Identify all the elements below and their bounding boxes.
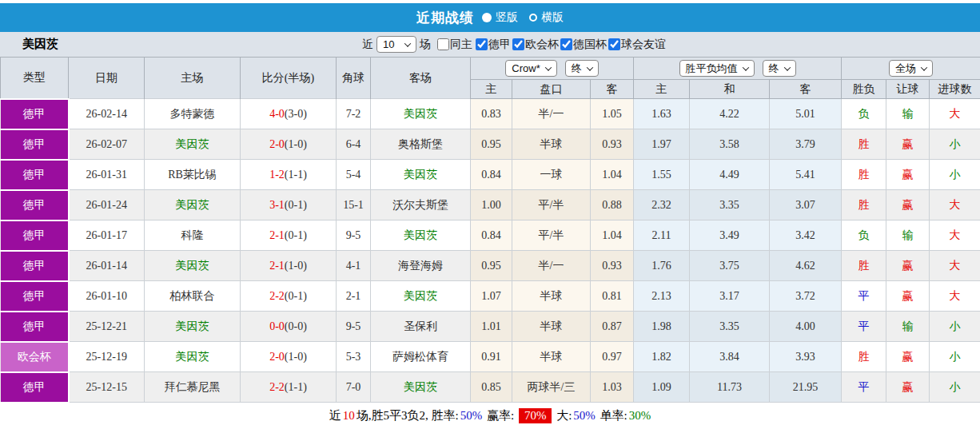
avg-away-cell: 21.95 <box>770 372 842 403</box>
checkbox-input[interactable] <box>512 38 524 50</box>
away-team-cell: 美因茨 <box>371 372 471 403</box>
score-cell: 0-0(0-0) <box>241 312 337 342</box>
filter-checkbox-1[interactable]: 德甲 <box>476 38 511 52</box>
away-team-cell: 圣保利 <box>371 312 471 342</box>
date-cell: 25-12-15 <box>69 372 145 403</box>
date-cell: 26-01-14 <box>69 251 145 281</box>
fulltime-score: 1-2 <box>269 169 285 181</box>
score-cell: 1-2(1-1) <box>241 160 337 190</box>
odds-away-cell: 1.04 <box>591 160 634 190</box>
date-cell: 26-01-17 <box>69 220 145 251</box>
home-team-name: 美因茨 <box>176 351 209 363</box>
home-team-cell: 拜仁慕尼黑 <box>145 372 241 403</box>
type-cell: 德甲 <box>1 99 69 129</box>
checkbox-label: 同主 <box>450 38 472 52</box>
date-cell: 25-12-19 <box>69 342 145 372</box>
result-goals-cell: 大 <box>930 220 980 251</box>
avg-away-cell: 4.00 <box>770 312 842 342</box>
halftime-score: (1-0) <box>285 260 307 272</box>
avg-home-cell: 1.98 <box>634 312 690 342</box>
home-team-cell: 美因茨 <box>145 190 241 220</box>
home-team-name: 美因茨 <box>176 138 209 150</box>
bookmaker-select[interactable]: Crow* <box>505 60 556 77</box>
result-goals-cell: 小 <box>930 342 980 372</box>
halftime-score: (1-0) <box>285 138 307 150</box>
avg-home-cell: 1.55 <box>634 160 690 190</box>
avg-draw-cell: 3.35 <box>690 312 770 342</box>
away-team-name: 萨姆松体育 <box>392 351 448 363</box>
filter-checkbox-4[interactable]: 球会友谊 <box>608 38 666 52</box>
avg-home-cell: 2.11 <box>634 220 690 251</box>
handicap-cell: 半球 <box>512 312 591 342</box>
result-wdl-cell: 平 <box>842 372 886 403</box>
filter-checkbox-0[interactable]: 同主 <box>437 38 472 52</box>
table-row: 德甲26-02-07美因茨2-0(1-0)6-4奥格斯堡0.95半球0.931.… <box>1 129 980 160</box>
halftime-score: (0-0) <box>285 320 307 332</box>
odds-away-cell: 0.87 <box>591 312 634 342</box>
halftime-score: (0-1) <box>285 290 307 302</box>
layout-option-unselected[interactable]: 横版 <box>529 10 564 25</box>
radio-selected-icon[interactable] <box>482 13 492 22</box>
avg-draw-cell: 3.49 <box>690 220 770 251</box>
date-cell: 26-02-14 <box>69 99 145 129</box>
subheader-avg-draw: 和 <box>690 80 770 99</box>
away-team-cell: 萨姆松体育 <box>371 342 471 372</box>
result-wdl-cell: 胜 <box>842 129 886 160</box>
score-cell: 2-2(0-1) <box>241 281 337 312</box>
result-wdl-cell: 负 <box>842 99 886 129</box>
recent-count-select[interactable]: 10 <box>376 36 416 53</box>
avg-home-cell: 2.13 <box>634 281 690 312</box>
avg-time-select-value: 终 <box>769 62 779 76</box>
away-team-cell: 美因茨 <box>371 220 471 251</box>
col-header-date: 日期 <box>69 58 145 99</box>
away-team-name: 圣保利 <box>404 320 437 332</box>
filter-checkbox-3[interactable]: 德国杯 <box>560 38 607 52</box>
result-wdl-cell: 胜 <box>842 190 886 220</box>
handicap-cell: 半/一 <box>512 99 591 129</box>
type-cell: 德甲 <box>1 129 69 160</box>
layout-option-selected[interactable]: 竖版 <box>482 10 518 25</box>
odds-home-cell: 0.84 <box>471 220 512 251</box>
result-handicap-cell: 赢 <box>886 281 930 312</box>
home-team-cell: RB莱比锡 <box>145 160 241 190</box>
checkbox-input[interactable] <box>608 38 620 50</box>
home-team-cell: 多特蒙德 <box>145 99 241 129</box>
date-cell: 26-02-07 <box>69 129 145 160</box>
checkbox-input[interactable] <box>437 38 449 50</box>
type-cell: 德甲 <box>1 372 69 403</box>
col-header-corners: 角球 <box>337 58 371 99</box>
away-team-name: 沃尔夫斯堡 <box>392 199 448 211</box>
date-cell: 26-01-10 <box>69 281 145 312</box>
odds-home-cell: 1.00 <box>471 190 512 220</box>
away-team-cell: 美因茨 <box>371 281 471 312</box>
halftime-score: (1-0) <box>285 351 307 363</box>
odds-time-select[interactable]: 终 <box>565 60 599 77</box>
summary-segment: 近 <box>329 408 341 423</box>
layout-option-label: 横版 <box>541 10 564 25</box>
away-team-name: 奥格斯堡 <box>398 138 443 150</box>
handicap-cell: 一球 <box>512 160 591 190</box>
date-cell: 26-01-31 <box>69 160 145 190</box>
subheader-result-goals: 进球数 <box>930 80 980 99</box>
result-handicap-cell: 赢 <box>886 372 930 403</box>
team-name: 美因茨 <box>22 37 58 52</box>
home-team-cell: 科隆 <box>145 220 241 251</box>
radio-unselected-icon[interactable] <box>529 14 537 22</box>
corners-cell: 5-4 <box>337 160 371 190</box>
halftime-score: (0-1) <box>285 229 307 241</box>
recent-label: 近 <box>362 38 373 52</box>
odds-home-cell: 0.85 <box>471 372 512 403</box>
corners-cell: 6-4 <box>337 129 371 160</box>
avg-type-select[interactable]: 胜平负均值 <box>679 60 755 77</box>
checkbox-label: 球会友谊 <box>621 38 666 52</box>
result-scope-select[interactable]: 全场 <box>889 60 933 77</box>
result-wdl-cell: 胜 <box>842 160 886 190</box>
filter-checkbox-2[interactable]: 欧会杯 <box>512 38 559 52</box>
subheader-result-wdl: 胜负 <box>842 80 886 99</box>
avg-time-select[interactable]: 终 <box>763 60 796 77</box>
checkbox-input[interactable] <box>560 38 572 50</box>
col-header-score: 比分(半场) <box>241 58 337 99</box>
halftime-score: (3-0) <box>285 108 307 120</box>
odds-home-cell: 0.95 <box>471 251 512 281</box>
checkbox-input[interactable] <box>476 38 488 50</box>
